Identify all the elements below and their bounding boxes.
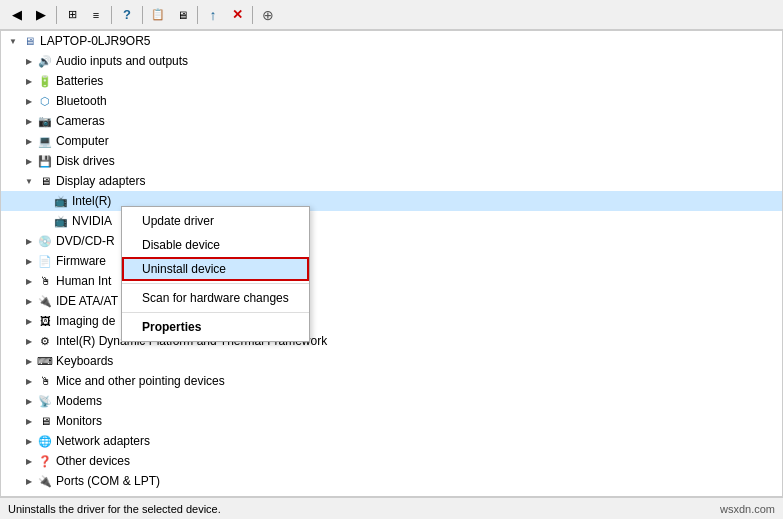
ctx-uninstall-device[interactable]: Uninstall device xyxy=(122,257,309,281)
dvd-icon: 💿 xyxy=(37,233,53,249)
nvidia-label: NVIDIA xyxy=(72,214,112,228)
tree-root[interactable]: 🖥 LAPTOP-0LJR9OR5 xyxy=(1,31,782,51)
ctx-scan-hardware[interactable]: Scan for hardware changes xyxy=(122,286,309,310)
ctx-disable-device[interactable]: Disable device xyxy=(122,233,309,257)
audio-label: Audio inputs and outputs xyxy=(56,54,188,68)
computer-expand[interactable] xyxy=(21,133,37,149)
toolbar-separator-4 xyxy=(197,6,198,24)
computer-icon: 🖥 xyxy=(21,33,37,49)
tree-item-intel2[interactable]: ⚙ Intel(R) Dynamic Platform and Thermal … xyxy=(1,331,782,351)
tree-item-audio[interactable]: 🔊 Audio inputs and outputs xyxy=(1,51,782,71)
ide-expand[interactable] xyxy=(21,293,37,309)
nvidia-expand xyxy=(37,213,53,229)
tree-item-modems[interactable]: 📡 Modems xyxy=(1,391,782,411)
help-button[interactable]: ? xyxy=(116,4,138,26)
computer-icon: 💻 xyxy=(37,133,53,149)
tree-item-nvidia[interactable]: 📺 NVIDIA xyxy=(1,211,782,231)
audio-expand[interactable] xyxy=(21,53,37,69)
scan-button[interactable]: 🖥 xyxy=(171,4,193,26)
tree-item-monitors[interactable]: 🖥 Monitors xyxy=(1,411,782,431)
mice-expand[interactable] xyxy=(21,373,37,389)
ports-expand[interactable] xyxy=(21,473,37,489)
view-button[interactable]: ⊞ xyxy=(61,4,83,26)
statusbar-text: Uninstalls the driver for the selected d… xyxy=(8,503,221,515)
root-expand[interactable] xyxy=(5,33,21,49)
dvd-expand[interactable] xyxy=(21,233,37,249)
update-button[interactable]: ↑ xyxy=(202,4,224,26)
display-expand[interactable] xyxy=(21,173,37,189)
tree-item-bluetooth[interactable]: ⬡ Bluetooth xyxy=(1,91,782,111)
batteries-expand[interactable] xyxy=(21,73,37,89)
cameras-expand[interactable] xyxy=(21,113,37,129)
keyboards-expand[interactable] xyxy=(21,353,37,369)
disk-label: Disk drives xyxy=(56,154,115,168)
tree-item-dvd[interactable]: 💿 DVD/CD-R xyxy=(1,231,782,251)
monitors-label: Monitors xyxy=(56,414,102,428)
tree-item-display[interactable]: 🖥 Display adapters xyxy=(1,171,782,191)
tree-item-batteries[interactable]: 🔋 Batteries xyxy=(1,71,782,91)
forward-button[interactable]: ▶ xyxy=(30,4,52,26)
bluetooth-expand[interactable] xyxy=(21,93,37,109)
toolbar-separator-3 xyxy=(142,6,143,24)
disk-expand[interactable] xyxy=(21,153,37,169)
print-expand[interactable] xyxy=(21,493,37,497)
human-label: Human Int xyxy=(56,274,111,288)
tree-item-other[interactable]: ❓ Other devices xyxy=(1,451,782,471)
network-expand[interactable] xyxy=(21,433,37,449)
app-window: ◀ ▶ ⊞ ≡ ? 📋 🖥 ↑ ✕ ⊕ 🖥 LAPTOP-0LJR9OR5 xyxy=(0,0,783,519)
tree-item-human[interactable]: 🖱 Human Int xyxy=(1,271,782,291)
list-button[interactable]: ≡ xyxy=(85,4,107,26)
nvidia-icon: 📺 xyxy=(53,213,69,229)
tree-item-disk[interactable]: 💾 Disk drives xyxy=(1,151,782,171)
intel2-expand[interactable] xyxy=(21,333,37,349)
tree-item-intel[interactable]: 📺 Intel(R) xyxy=(1,191,782,211)
computer-label: Computer xyxy=(56,134,109,148)
disk-icon: 💾 xyxy=(37,153,53,169)
ctx-update-driver[interactable]: Update driver xyxy=(122,209,309,233)
toolbar-separator-2 xyxy=(111,6,112,24)
firmware-icon: 📄 xyxy=(37,253,53,269)
network-icon: 🌐 xyxy=(37,433,53,449)
batteries-icon: 🔋 xyxy=(37,73,53,89)
imaging-label: Imaging de xyxy=(56,314,115,328)
cameras-label: Cameras xyxy=(56,114,105,128)
tree-item-computer[interactable]: 💻 Computer xyxy=(1,131,782,151)
human-expand[interactable] xyxy=(21,273,37,289)
modems-expand[interactable] xyxy=(21,393,37,409)
tree-item-firmware[interactable]: 📄 Firmware xyxy=(1,251,782,271)
tree-item-keyboards[interactable]: ⌨ Keyboards xyxy=(1,351,782,371)
monitors-icon: 🖥 xyxy=(37,413,53,429)
imaging-expand[interactable] xyxy=(21,313,37,329)
intel-label: Intel(R) xyxy=(72,194,111,208)
tree-item-print[interactable]: 🖨 Print queues xyxy=(1,491,782,497)
keyboards-icon: ⌨ xyxy=(37,353,53,369)
back-button[interactable]: ◀ xyxy=(6,4,28,26)
tree-item-ports[interactable]: 🔌 Ports (COM & LPT) xyxy=(1,471,782,491)
print-icon: 🖨 xyxy=(37,493,53,497)
firmware-label: Firmware xyxy=(56,254,106,268)
mice-label: Mice and other pointing devices xyxy=(56,374,225,388)
imaging-icon: 🖼 xyxy=(37,313,53,329)
bluetooth-icon: ⬡ xyxy=(37,93,53,109)
toolbar: ◀ ▶ ⊞ ≡ ? 📋 🖥 ↑ ✕ ⊕ xyxy=(0,0,783,30)
tree-item-cameras[interactable]: 📷 Cameras xyxy=(1,111,782,131)
display-label: Display adapters xyxy=(56,174,145,188)
print-label: Print queues xyxy=(56,494,123,497)
modems-label: Modems xyxy=(56,394,102,408)
tree-item-ide[interactable]: 🔌 IDE ATA/AT xyxy=(1,291,782,311)
other-expand[interactable] xyxy=(21,453,37,469)
properties-button[interactable]: 📋 xyxy=(147,4,169,26)
monitors-expand[interactable] xyxy=(21,413,37,429)
intel2-icon: ⚙ xyxy=(37,333,53,349)
firmware-expand[interactable] xyxy=(21,253,37,269)
add-button[interactable]: ⊕ xyxy=(257,4,279,26)
device-tree[interactable]: 🖥 LAPTOP-0LJR9OR5 🔊 Audio inputs and out… xyxy=(0,30,783,497)
cameras-icon: 📷 xyxy=(37,113,53,129)
ctx-properties[interactable]: Properties xyxy=(122,315,309,339)
tree-item-mice[interactable]: 🖱 Mice and other pointing devices xyxy=(1,371,782,391)
tree-item-network[interactable]: 🌐 Network adapters xyxy=(1,431,782,451)
delete-button[interactable]: ✕ xyxy=(226,4,248,26)
keyboards-label: Keyboards xyxy=(56,354,113,368)
tree-item-imaging[interactable]: 🖼 Imaging de xyxy=(1,311,782,331)
main-content: 🖥 LAPTOP-0LJR9OR5 🔊 Audio inputs and out… xyxy=(0,30,783,497)
